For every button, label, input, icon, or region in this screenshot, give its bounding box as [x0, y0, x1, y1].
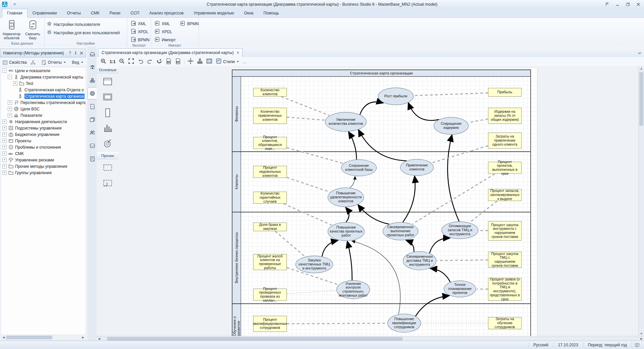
- tree-expander-icon[interactable]: +: [2, 164, 7, 168]
- panel-tab-copies-icon[interactable]: [88, 113, 97, 126]
- fit-screen-icon-button[interactable]: [127, 57, 135, 66]
- tree-item[interactable]: +Проблемы и отклонения: [1, 144, 86, 150]
- palette-item-dashed-rect-icon[interactable]: [100, 161, 116, 175]
- ribbon-tab-Риски[interactable]: Риски: [104, 9, 125, 17]
- hierarchy-icon[interactable]: [29, 59, 37, 66]
- indicator-node[interactable]: Процент запасов, запланированных к выдач…: [488, 189, 522, 201]
- indicator-node[interactable]: Количество клиентов: [253, 88, 287, 97]
- ribbon-tab-Управление моделью[interactable]: Управление моделью: [189, 9, 239, 17]
- tab-list-dropdown-icon[interactable]: [638, 50, 641, 55]
- indicator-node[interactable]: Процент квалифицированных сотрудников: [253, 316, 287, 332]
- connector-uvel-rost[interactable]: [360, 102, 383, 115]
- maximize-button[interactable]: [623, 1, 632, 7]
- goal-node[interactable]: Своевременная доставка ТМЦ и инструмента: [403, 251, 436, 270]
- status-date[interactable]: 17.10.2023: [553, 342, 583, 348]
- tree-expander-icon[interactable]: +: [2, 126, 7, 130]
- tree-expander-icon[interactable]: −: [2, 68, 7, 73]
- tree-expander-icon[interactable]: +: [2, 145, 7, 149]
- connector-L2-uvel[interactable]: [287, 117, 325, 120]
- tree-expander-icon[interactable]: +: [2, 119, 7, 124]
- export-xml-button[interactable]: XML: [130, 20, 150, 27]
- connector-L9-kvalif[interactable]: [287, 323, 387, 324]
- indicator-node[interactable]: Доля брака в закупках: [253, 222, 287, 231]
- more-button[interactable]: ...: [241, 59, 248, 65]
- tree-expander-icon[interactable]: +: [2, 170, 7, 175]
- goal-node[interactable]: Увеличение количества клиентов: [325, 112, 367, 132]
- quick-access-dropdown-icon[interactable]: [11, 1, 18, 7]
- scroll-right-icon[interactable]: ▶: [80, 335, 86, 340]
- export-bpmn-button[interactable]: BPMN: [130, 37, 150, 43]
- panel-tab-archive-tray-icon[interactable]: [88, 140, 97, 152]
- navigator-horizontal-scrollbar[interactable]: ◀ ▶: [1, 335, 86, 340]
- goal-node[interactable]: Оптимизация запасов ТМЦ и инструмента: [441, 221, 478, 239]
- close-panel-icon[interactable]: [78, 50, 84, 56]
- scroll-left-icon[interactable]: ◀: [1, 335, 6, 340]
- actual-size-icon-button[interactable]: 1:1: [109, 59, 116, 65]
- object-navigator-button[interactable]: Навигатор объектов: [2, 19, 21, 41]
- connector-tochn-dost[interactable]: [431, 268, 450, 282]
- connector-kach-udovl[interactable]: [346, 208, 349, 222]
- tree-item[interactable]: +Прочие методы управления: [1, 163, 86, 169]
- connector-dost-vypoln[interactable]: [407, 240, 414, 252]
- document-tab[interactable]: Стратегическая карта организации (Диагра…: [98, 48, 243, 57]
- palette-item-bars-shape-icon[interactable]: [100, 121, 116, 135]
- tree-item[interactable]: +$Бюджетное управление: [1, 131, 86, 138]
- status-period[interactable]: Период: текущий год: [583, 342, 632, 348]
- tree-expander-icon[interactable]: +: [2, 132, 7, 137]
- ribbon-tab-Помощь[interactable]: Помощь: [258, 9, 284, 17]
- connector-sohr-uvel[interactable]: [349, 132, 357, 160]
- tree-expander-icon[interactable]: +: [2, 158, 7, 162]
- palette-item-vertical-rect-icon[interactable]: [100, 106, 116, 120]
- close-button[interactable]: [634, 1, 643, 7]
- tree-item[interactable]: −BSCЦели и показатели: [1, 67, 86, 74]
- indicator-node[interactable]: Количество привлеченных клиентов: [253, 108, 287, 124]
- zoom-out-icon-button[interactable]: [118, 57, 126, 66]
- goal-node[interactable]: Привлечение клиентов: [400, 159, 434, 176]
- ribbon-tab-СМК[interactable]: СМК: [86, 9, 105, 17]
- connector-optim-sokr[interactable]: [447, 135, 459, 221]
- reports-button[interactable]: Отчеты: [40, 59, 67, 66]
- connector-kvalif-kach[interactable]: [352, 241, 400, 314]
- horizontal-scrollbar[interactable]: ◀ ▶: [97, 336, 644, 341]
- pin-icon[interactable]: [73, 50, 78, 56]
- indicator-node[interactable]: Процент закупок инструмента с нарушением…: [488, 221, 522, 241]
- connector-R7-dost[interactable]: [437, 260, 488, 261]
- tree-item[interactable]: +ISOСМК: [1, 150, 86, 157]
- connector-vypoln-privl[interactable]: [403, 177, 415, 222]
- view-button[interactable]: Вид: [70, 59, 85, 65]
- indicator-node[interactable]: Количество гарантийных случаев: [253, 192, 287, 204]
- status-language[interactable]: Русский: [528, 342, 553, 348]
- indicator-node[interactable]: Процент закупок ТМЦ с нарушением сроков …: [488, 252, 522, 268]
- import-импорт-button[interactable]: Импорт: [154, 37, 176, 43]
- connector-dost-optim[interactable]: [430, 238, 450, 253]
- export-svg-icon-button[interactable]: SVG: [165, 57, 173, 66]
- connector-sokr-rost[interactable]: [409, 103, 439, 120]
- panel-tab-note-icon[interactable]: [88, 153, 97, 165]
- goal-node[interactable]: Сохранение клиентской базы: [341, 159, 377, 176]
- undo-icon-button[interactable]: [137, 57, 145, 66]
- tree-item[interactable]: +Test: [1, 80, 86, 87]
- tree-item[interactable]: +Подсистемы управления: [1, 125, 86, 131]
- goal-node[interactable]: Усиление контроля строительно-монтажных …: [336, 280, 370, 299]
- tab-close-icon[interactable]: ✕: [236, 51, 239, 55]
- goal-node[interactable]: Повышение удовлетворенности клиентов: [328, 188, 364, 207]
- scroll-down-icon[interactable]: ▼: [639, 331, 644, 336]
- comments-icon[interactable]: [632, 342, 642, 348]
- panel-tab-drawer-icon[interactable]: [88, 48, 97, 60]
- settings-button-1[interactable]: Настройки для всех пользователей: [47, 30, 120, 36]
- vertical-scrollbar[interactable]: ▲ ▼: [638, 66, 644, 336]
- panel-tab-org-units-icon[interactable]: [88, 61, 97, 73]
- help-icon[interactable]: ?: [67, 50, 73, 56]
- feedback-flag-icon[interactable]: [602, 1, 611, 7]
- tree-item[interactable]: Стратегическая карта Отдела о: [1, 87, 86, 93]
- goal-node[interactable]: Точное планирование проектов: [444, 281, 476, 297]
- ribbon-tab-Анализ процессов[interactable]: Анализ процессов: [144, 9, 189, 17]
- connector-L1-uvel[interactable]: [281, 97, 329, 115]
- indicator-node[interactable]: Процент проведенных проверок из заплан..…: [253, 289, 287, 301]
- goal-node[interactable]: Сокращение издержек: [434, 117, 469, 135]
- import-xml-button[interactable]: XML: [154, 20, 176, 27]
- connector-R5-optim[interactable]: [470, 201, 497, 222]
- connector-R4-vypoln[interactable]: [413, 174, 495, 224]
- scroll-right-icon[interactable]: ▶: [639, 337, 644, 341]
- pan-icon-button[interactable]: [186, 57, 195, 66]
